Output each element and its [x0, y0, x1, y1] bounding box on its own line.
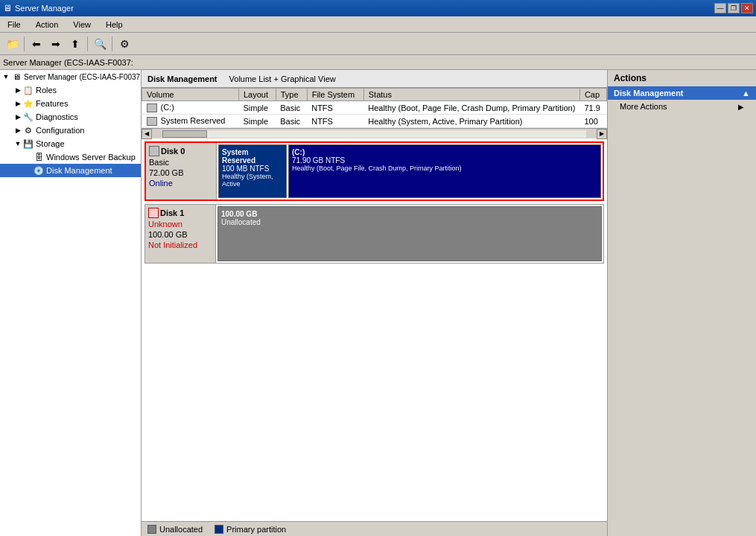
- expand-features[interactable]: ▶: [13, 99, 22, 108]
- toolbar-btn-forward[interactable]: ➡: [47, 35, 65, 53]
- disk-row-1[interactable]: Disk 1 Unknown 100.00 GB Not Initialized…: [144, 204, 604, 264]
- partition-system-reserved[interactable]: System Reserved 100 MB NTFS Healthy (Sys…: [218, 144, 287, 198]
- toolbar-btn-back[interactable]: ⬅: [28, 35, 45, 53]
- cell-layout-1: Simple: [239, 101, 276, 115]
- hdd-icon-2: [147, 117, 157, 126]
- title-bar-left: 🖥 Server Manager: [3, 3, 74, 13]
- app-icon: 🖥: [3, 3, 12, 13]
- volume-table-area: Volume Layout Type File System Status Ca…: [142, 88, 607, 128]
- disk-row-0[interactable]: Disk 0 Basic 72.00 GB Online System Rese…: [144, 141, 604, 201]
- sidebar-label-disk-management: Disk Management: [46, 166, 112, 175]
- restore-button[interactable]: ❐: [728, 3, 740, 13]
- sidebar-item-windows-server-backup[interactable]: 🗄 Windows Server Backup: [0, 150, 141, 164]
- sidebar-label-roles: Roles: [36, 86, 57, 95]
- sidebar-label-storage: Storage: [36, 139, 65, 148]
- cell-type-1: Basic: [276, 101, 307, 115]
- actions-section-title: Disk Management: [614, 89, 684, 98]
- cell-volume-1: (C:): [142, 101, 239, 115]
- table-row[interactable]: System Reserved Simple Basic NTFS Health…: [142, 115, 607, 128]
- scroll-left-arrow[interactable]: ◀: [142, 129, 152, 139]
- features-icon: ⭐: [22, 98, 34, 109]
- legend-primary: Primary partition: [215, 525, 286, 534]
- storage-icon: 💾: [22, 138, 34, 150]
- legend: Unallocated Primary partition: [142, 521, 607, 536]
- menu-action[interactable]: Action: [31, 17, 63, 32]
- toolbar-btn-open[interactable]: 📁: [3, 35, 21, 53]
- actions-header: Actions: [608, 70, 756, 86]
- actions-collapse-icon: ▲: [742, 89, 750, 98]
- table-row[interactable]: (C:) Simple Basic NTFS Healthy (Boot, Pa…: [142, 101, 607, 115]
- toolbar-btn-extra[interactable]: ⚙: [115, 35, 133, 53]
- sidebar-item-diagnostics[interactable]: ▶ 🔧 Diagnostics: [0, 110, 141, 124]
- cell-layout-2: Simple: [239, 115, 276, 128]
- toolbar-btn-up[interactable]: ⬆: [66, 35, 84, 53]
- toolbar-separator-1: [24, 36, 25, 51]
- center-title: Disk Management: [147, 74, 217, 83]
- title-bar-controls[interactable]: — ❐ ✕: [714, 3, 753, 13]
- disk-1-icon: [148, 208, 159, 218]
- sidebar-item-storage[interactable]: ▼ 💾 Storage: [0, 137, 141, 150]
- diagnostics-icon: 🔧: [22, 111, 34, 123]
- toolbar: 📁 ⬅ ➡ ⬆ 🔍 ⚙: [0, 33, 756, 55]
- wsb-icon: 🗄: [33, 151, 45, 163]
- partition-unallocated[interactable]: 100.00 GB Unallocated: [217, 206, 602, 261]
- menu-help[interactable]: Help: [101, 17, 127, 32]
- expand-configuration[interactable]: ▶: [13, 126, 22, 135]
- more-actions-label: More Actions: [620, 102, 667, 111]
- center-panel: Disk Management Volume List + Graphical …: [142, 70, 607, 536]
- horizontal-scrollbar[interactable]: ◀ ▶: [142, 128, 607, 138]
- disk-mgmt-icon: 💿: [33, 165, 45, 176]
- right-panel: Actions Disk Management ▲ More Actions ▶: [607, 70, 756, 536]
- disk-0-partitions: System Reserved 100 MB NTFS Healthy (Sys…: [217, 143, 603, 200]
- expand-wsb[interactable]: [24, 153, 33, 162]
- partition-c-drive[interactable]: (C:) 71.90 GB NTFS Healthy (Boot, Page F…: [288, 144, 601, 198]
- menu-view[interactable]: View: [69, 17, 95, 32]
- expand-roles[interactable]: ▶: [13, 86, 22, 95]
- sidebar-item-roles[interactable]: ▶ 📋 Roles: [0, 83, 141, 97]
- cell-fs-1: NTFS: [307, 101, 363, 115]
- col-type[interactable]: Type: [276, 89, 307, 101]
- col-layout[interactable]: Layout: [239, 89, 276, 101]
- sidebar-label-server-manager: Server Manager (ECS-IAAS-F0037:: [24, 73, 142, 81]
- app-title: Server Manager: [15, 4, 74, 13]
- cell-cap-1: 71.9: [579, 101, 606, 115]
- sidebar-item-configuration[interactable]: ▶ ⚙ Configuration: [0, 124, 141, 137]
- sidebar-item-features[interactable]: ▶ ⭐ Features: [0, 97, 141, 110]
- cell-status-2: Healthy (System, Active, Primary Partiti…: [363, 115, 579, 128]
- close-button[interactable]: ✕: [741, 3, 753, 13]
- sidebar-item-server-manager[interactable]: ▼ 🖥 Server Manager (ECS-IAAS-F0037:: [0, 70, 141, 83]
- toolbar-btn-search[interactable]: 🔍: [91, 35, 109, 53]
- disk-view: Disk 0 Basic 72.00 GB Online System Rese…: [142, 138, 607, 521]
- legend-label-unallocated: Unallocated: [159, 525, 203, 534]
- actions-section-disk-management[interactable]: Disk Management ▲: [608, 86, 756, 100]
- center-subtitle: Volume List + Graphical View: [229, 74, 336, 83]
- actions-more-actions[interactable]: More Actions ▶: [608, 100, 756, 113]
- disk-0-type: Basic: [149, 158, 213, 167]
- col-filesystem[interactable]: File System: [307, 89, 363, 101]
- scroll-track[interactable]: [162, 130, 586, 138]
- col-status[interactable]: Status: [363, 89, 579, 101]
- expand-diagnostics[interactable]: ▶: [13, 112, 22, 121]
- minimize-button[interactable]: —: [714, 3, 726, 13]
- disk-1-partitions: 100.00 GB Unallocated: [216, 205, 603, 263]
- disk-1-info: Disk 1 Unknown 100.00 GB Not Initialized: [145, 205, 216, 263]
- disk-0-status: Online: [149, 179, 213, 188]
- scroll-thumb[interactable]: [162, 130, 207, 138]
- menu-file[interactable]: File: [3, 17, 25, 32]
- disk-1-size: 100.00 GB: [148, 230, 212, 239]
- disk-0-name: Disk 0: [149, 146, 213, 156]
- actions-section: Disk Management ▲ More Actions ▶: [608, 86, 756, 113]
- disk-1-type: Unknown: [148, 220, 212, 229]
- toolbar-separator-2: [87, 36, 88, 51]
- sidebar-item-disk-management[interactable]: 💿 Disk Management: [0, 164, 141, 177]
- expand-storage[interactable]: ▼: [13, 139, 22, 148]
- roles-icon: 📋: [22, 84, 34, 96]
- col-volume[interactable]: Volume: [142, 89, 239, 101]
- scroll-right-arrow[interactable]: ▶: [597, 129, 607, 139]
- disk-0-size: 72.00 GB: [149, 168, 213, 177]
- expand-server-manager[interactable]: ▼: [1, 72, 10, 81]
- disk-0-icon: [149, 146, 159, 156]
- legend-box-primary: [215, 525, 223, 534]
- col-capacity[interactable]: Cap: [579, 89, 606, 101]
- expand-disk-mgmt[interactable]: [24, 166, 33, 175]
